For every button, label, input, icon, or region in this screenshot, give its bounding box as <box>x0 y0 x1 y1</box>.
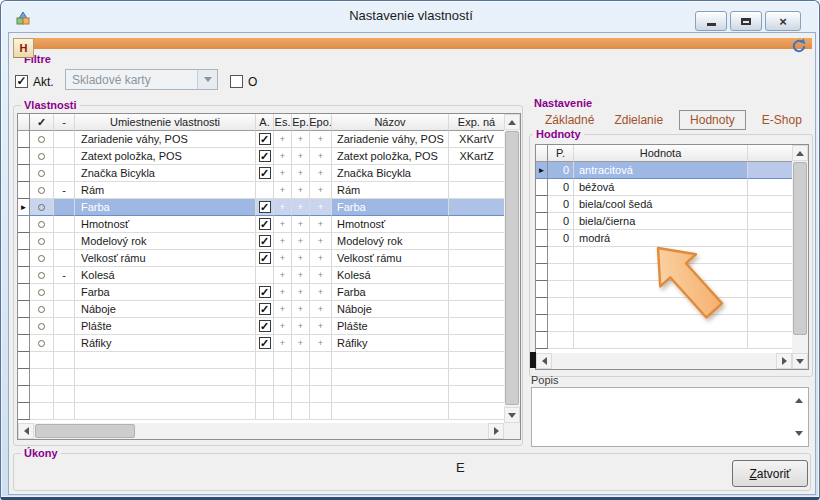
table-row[interactable]: Plášte ✓ +++ Plášte <box>18 318 520 335</box>
o-checkbox[interactable] <box>230 75 243 88</box>
table-row[interactable]: Značka Bicykla ✓ +++ Značka Bicykla <box>18 165 520 182</box>
tab-zdielanie[interactable]: Zdielanie <box>604 111 673 129</box>
scroll-right-icon[interactable] <box>776 353 792 369</box>
values-hscrollbar[interactable] <box>536 353 792 369</box>
circle-icon <box>38 255 45 262</box>
table-row[interactable]: Farba ✓ +++ Farba <box>18 284 520 301</box>
refresh-icon[interactable] <box>791 38 807 54</box>
header-a[interactable]: A. <box>256 114 274 131</box>
scroll-down-icon[interactable] <box>795 431 803 440</box>
scroll-up-icon[interactable] <box>792 145 808 161</box>
header-es[interactable]: Es. <box>274 114 292 131</box>
table-row[interactable]: Hmotnosť ✓ +++ Hmotnosť <box>18 216 520 233</box>
tab-eshop[interactable]: E-Shop <box>752 111 812 129</box>
table-row[interactable]: - Kolesá +++ Kolesá <box>18 267 520 284</box>
table-row[interactable]: 0biela/čierna <box>536 213 808 230</box>
dropdown-button[interactable] <box>197 70 217 89</box>
popis-textarea[interactable] <box>531 387 809 447</box>
circle-icon <box>38 187 45 194</box>
table-row[interactable]: Zatext položka, POS ✓ +++ Zatext položka… <box>18 148 520 165</box>
actions-groupbox <box>13 453 811 491</box>
chevron-down-icon <box>204 77 212 86</box>
tab-zakladne[interactable]: Základné <box>535 111 604 129</box>
header-check[interactable]: ✓ <box>30 114 54 131</box>
table-row[interactable]: - Rám +++ Rám <box>18 182 520 199</box>
table-row[interactable]: Zariadenie váhy, POS ✓ +++ Zariadenie vá… <box>18 131 520 148</box>
circle-icon <box>38 323 45 330</box>
row-pointer-icon: ► <box>538 166 546 175</box>
scroll-left-icon[interactable] <box>536 353 552 369</box>
checkbox-icon[interactable]: ✓ <box>259 286 271 298</box>
h-tab-button[interactable]: H <box>13 38 34 58</box>
popis-label: Popis <box>531 374 559 386</box>
circle-icon <box>38 306 45 313</box>
checkbox-icon[interactable]: ✓ <box>259 320 271 332</box>
table-row[interactable] <box>18 386 520 403</box>
checkbox-icon[interactable]: ✓ <box>259 133 271 145</box>
header-umiestnenie[interactable]: Umiestnenie vlastnosti <box>75 114 256 131</box>
table-row[interactable]: ► Farba ✓ +++ Farba <box>18 199 520 216</box>
table-row[interactable] <box>18 403 520 420</box>
minimize-icon <box>707 23 716 26</box>
close-dialog-button[interactable]: Zatvoriť <box>732 460 808 487</box>
table-row[interactable]: Ráfiky ✓ +++ Ráfiky <box>18 335 520 352</box>
scroll-down-icon[interactable] <box>792 353 808 369</box>
scroll-up-icon[interactable] <box>504 114 520 130</box>
checkbox-icon[interactable]: ✓ <box>259 218 271 230</box>
table-row[interactable] <box>536 247 808 264</box>
circle-icon <box>38 238 45 245</box>
table-row[interactable] <box>536 281 808 298</box>
title-bar[interactable]: Nastavenie vlastností × <box>1 1 820 32</box>
minimize-button[interactable] <box>695 11 727 31</box>
table-row[interactable] <box>536 298 808 315</box>
checkbox-icon[interactable]: ✓ <box>259 235 271 247</box>
checkbox-icon[interactable]: ✓ <box>259 252 271 264</box>
header-hodnota[interactable]: Hodnota <box>574 145 748 162</box>
dropdown-value: Skladové karty <box>66 73 197 87</box>
akt-checkbox[interactable]: ✓ <box>15 75 28 88</box>
table-row[interactable]: 0modrá <box>536 230 808 247</box>
checkbox-icon[interactable]: ✓ <box>259 201 271 213</box>
scroll-down-icon[interactable] <box>504 407 520 423</box>
circle-icon <box>38 289 45 296</box>
table-row[interactable]: 0biela/cool šedá <box>536 196 808 213</box>
settings-tabs: Základné Zdielanie Hodnoty E-Shop <box>535 110 812 130</box>
header-p[interactable]: P. <box>548 145 574 162</box>
circle-icon <box>38 340 45 347</box>
scroll-left-icon[interactable] <box>18 423 34 439</box>
table-row[interactable] <box>18 352 520 369</box>
table-row[interactable] <box>536 315 808 332</box>
checkbox-icon[interactable]: ✓ <box>259 150 271 162</box>
properties-label: Vlastnosti <box>21 99 80 111</box>
checkbox-icon[interactable]: ✓ <box>259 167 271 179</box>
table-row[interactable]: Modelový rok ✓ +++ Modelový rok <box>18 233 520 250</box>
table-row[interactable]: ► 0antracitová <box>536 162 808 179</box>
table-row[interactable] <box>536 332 808 349</box>
circle-icon <box>38 136 45 143</box>
tab-hodnoty[interactable]: Hodnoty <box>679 110 746 130</box>
table-row[interactable]: Náboje ✓ +++ Náboje <box>18 301 520 318</box>
maximize-button[interactable] <box>730 11 762 31</box>
close-button[interactable]: × <box>765 11 801 31</box>
checkbox-icon[interactable]: ✓ <box>259 337 271 349</box>
properties-vscrollbar[interactable] <box>504 114 520 423</box>
table-row[interactable]: Velkosť rámu ✓ +++ Velkosť rámu <box>18 250 520 267</box>
checkbox-icon[interactable]: ✓ <box>259 303 271 315</box>
table-row[interactable]: 0béžová <box>536 179 808 196</box>
table-row[interactable] <box>536 264 808 281</box>
o-checkbox-label: O <box>248 75 257 89</box>
header-nazov[interactable]: Názov <box>332 114 449 131</box>
header-collapse[interactable]: - <box>54 114 75 131</box>
filter-type-dropdown[interactable]: Skladové karty <box>65 69 218 90</box>
header-epo[interactable]: Epo. <box>310 114 332 131</box>
scroll-right-icon[interactable] <box>488 423 504 439</box>
circle-icon <box>38 204 45 211</box>
header-ep[interactable]: Ep. <box>292 114 310 131</box>
properties-hscrollbar[interactable] <box>18 423 504 439</box>
values-vscrollbar[interactable] <box>792 145 808 369</box>
scroll-up-icon[interactable] <box>795 394 803 403</box>
table-row[interactable] <box>18 369 520 386</box>
settings-label: Nastavenie <box>531 97 595 109</box>
header-exp[interactable]: Exp. ná <box>449 114 504 131</box>
splitter-handle[interactable] <box>530 352 536 368</box>
